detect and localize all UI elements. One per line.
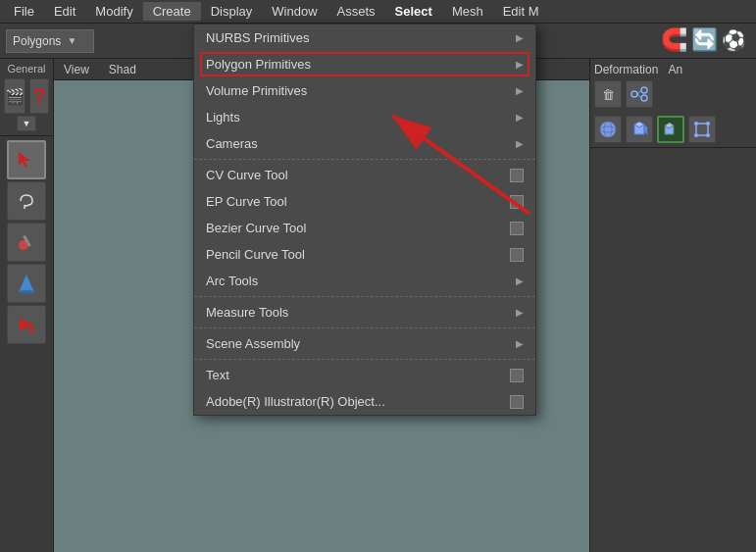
cv-curve-label: CV Curve Tool: [206, 168, 504, 182]
select-cursor-icon[interactable]: [7, 140, 46, 179]
ep-curve-checkbox[interactable]: [510, 195, 524, 209]
lights-arrow-icon: ▶: [516, 112, 524, 123]
left-sidebar: General 🎬 ? ▼: [0, 59, 54, 552]
menu-measure-tools[interactable]: Measure Tools ▶: [194, 299, 535, 326]
volume-label: Volume Primitives: [206, 83, 516, 98]
svg-point-22: [694, 122, 698, 125]
adobe-label: Adobe(R) Illustrator(R) Object...: [206, 394, 504, 409]
paint-icon[interactable]: [7, 223, 46, 262]
menu-polygon-primitives[interactable]: Polygon Primitives ▶: [194, 51, 535, 77]
divider-4: [194, 359, 535, 360]
menu-lights[interactable]: Lights ▶: [194, 104, 535, 130]
arrow-down-btn[interactable]: ▼: [17, 116, 36, 131]
svg-point-13: [600, 122, 616, 137]
menu-display[interactable]: Display: [201, 2, 263, 21]
measure-arrow-icon: ▶: [516, 307, 524, 318]
sphere-3d-icon[interactable]: [594, 116, 622, 143]
tab-shad[interactable]: Shad: [105, 61, 140, 78]
menu-nurbs-primitives[interactable]: NURBS Primitives ▶: [194, 25, 535, 51]
menu-cameras[interactable]: Cameras ▶: [194, 130, 535, 157]
menu-mesh[interactable]: Mesh: [442, 2, 493, 21]
cv-curve-checkbox[interactable]: [510, 169, 524, 182]
trash-icon[interactable]: 🗑: [594, 80, 622, 108]
svg-point-5: [19, 290, 34, 294]
tool-panel: [0, 136, 53, 552]
menu-create[interactable]: Create: [143, 2, 201, 21]
ep-curve-label: EP Curve Tool: [206, 194, 504, 209]
menu-assets[interactable]: Assets: [328, 2, 385, 21]
menu-modify[interactable]: Modify: [85, 2, 142, 21]
svg-point-8: [631, 91, 637, 97]
bezier-checkbox[interactable]: [510, 222, 524, 235]
menu-select[interactable]: Select: [385, 2, 442, 21]
general-panel: General 🎬 ? ▼: [0, 59, 53, 136]
right-icons-row1: 🗑: [594, 80, 752, 143]
svg-point-25: [706, 133, 710, 137]
svg-rect-21: [696, 124, 708, 135]
arrow-down-icon[interactable]: [7, 305, 46, 344]
general-label: General: [4, 63, 49, 75]
pencil-label: Pencil Curve Tool: [206, 247, 504, 262]
svg-line-11: [637, 90, 641, 94]
cone-icon[interactable]: [7, 264, 46, 303]
menu-arc-tools[interactable]: Arc Tools ▶: [194, 268, 535, 294]
magnet-icon2: 🔄: [691, 27, 718, 53]
menu-bezier-curve[interactable]: Bezier Curve Tool: [194, 215, 535, 241]
cameras-label: Cameras: [206, 136, 516, 151]
arc-label: Arc Tools: [206, 274, 516, 288]
menu-file[interactable]: File: [4, 2, 44, 21]
adobe-checkbox[interactable]: [510, 395, 524, 409]
svg-point-10: [641, 95, 647, 101]
dropdown-label: Polygons: [13, 34, 61, 48]
svg-point-9: [641, 87, 647, 93]
menu-pencil-curve[interactable]: Pencil Curve Tool: [194, 241, 535, 268]
lasso-icon[interactable]: [7, 181, 46, 221]
menu-adobe[interactable]: Adobe(R) Illustrator(R) Object...: [194, 388, 535, 415]
measure-label: Measure Tools: [206, 305, 516, 320]
scene-assembly-label: Scene Assembly: [206, 336, 516, 351]
menu-edit-m[interactable]: Edit M: [493, 2, 549, 21]
menu-ep-curve[interactable]: EP Curve Tool: [194, 188, 535, 215]
menu-scene-assembly[interactable]: Scene Assembly ▶: [194, 330, 535, 357]
right-toolbar: Deformation An 🗑: [589, 59, 756, 552]
deformation-label: Deformation: [594, 63, 658, 76]
bezier-label: Bezier Curve Tool: [206, 221, 504, 235]
polygon-arrow-icon: ▶: [516, 59, 524, 70]
polygon-label: Polygon Primitives: [206, 57, 516, 72]
tab-view[interactable]: View: [60, 61, 93, 78]
menu-volume-primitives[interactable]: Volume Primitives ▶: [194, 77, 535, 104]
film-icon[interactable]: 🎬: [4, 78, 25, 114]
question-icon[interactable]: ?: [29, 78, 49, 114]
right-header: Deformation An: [594, 63, 752, 76]
svg-marker-0: [19, 152, 30, 168]
divider-1: [194, 159, 535, 160]
volume-arrow-icon: ▶: [516, 85, 524, 96]
polygon-dropdown[interactable]: Polygons ▼: [6, 29, 94, 53]
svg-marker-4: [19, 275, 34, 292]
arc-arrow-icon: ▶: [516, 276, 524, 286]
lights-label: Lights: [206, 110, 516, 125]
right-icons-row2: [594, 116, 716, 143]
magnet-icon1: 🧲: [661, 27, 687, 53]
menu-text[interactable]: Text: [194, 362, 535, 388]
pencil-checkbox[interactable]: [510, 248, 524, 262]
svg-point-24: [694, 133, 698, 137]
menu-edit[interactable]: Edit: [44, 2, 85, 21]
cameras-arrow-icon: ▶: [516, 138, 524, 149]
menu-window[interactable]: Window: [262, 2, 327, 21]
text-checkbox[interactable]: [510, 369, 524, 382]
svg-line-12: [637, 94, 641, 98]
special-cube-icon[interactable]: [657, 116, 684, 143]
node-icon1[interactable]: [626, 80, 653, 108]
create-dropdown-menu: NURBS Primitives ▶ Polygon Primitives ▶ …: [193, 24, 536, 416]
divider-3: [194, 327, 535, 328]
nurbs-label: NURBS Primitives: [206, 30, 516, 45]
lattice-icon[interactable]: [688, 116, 716, 143]
svg-rect-7: [29, 326, 33, 332]
an-label: An: [668, 63, 682, 76]
cube-3d-icon[interactable]: [626, 116, 653, 143]
scene-assembly-arrow-icon: ▶: [516, 338, 524, 349]
svg-point-23: [706, 122, 710, 125]
menu-cv-curve[interactable]: CV Curve Tool: [194, 162, 535, 188]
nurbs-arrow-icon: ▶: [516, 32, 524, 43]
